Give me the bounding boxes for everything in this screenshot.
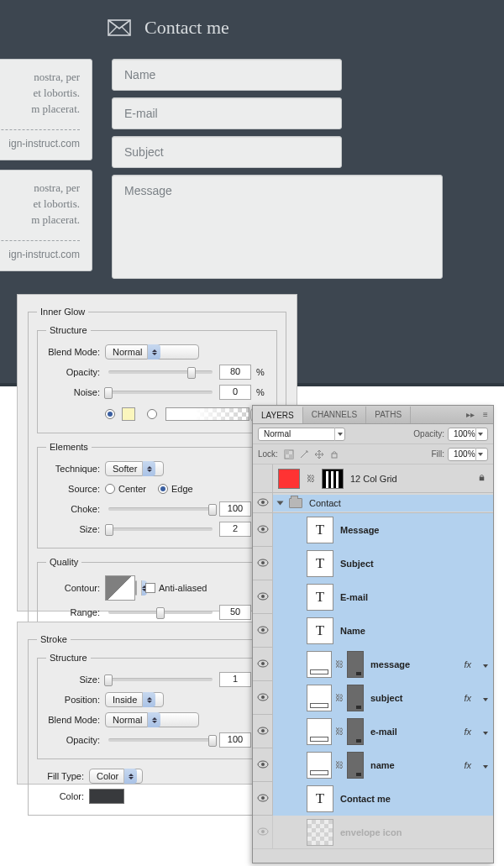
side-card-link[interactable]: ign-instruct.com (0, 248, 80, 262)
chevron-down-icon[interactable] (481, 760, 488, 770)
choke-slider[interactable] (108, 507, 213, 511)
fx-badge[interactable]: fx (464, 727, 471, 737)
layer-row-email-shape[interactable]: ⛓ e-mail fx (253, 715, 493, 748)
layer-name[interactable]: envelope icon (340, 827, 402, 837)
source-center-radio[interactable] (105, 484, 115, 494)
slider-thumb[interactable] (187, 367, 196, 379)
position-select[interactable]: Inside (105, 692, 164, 707)
glow-color-swatch[interactable] (122, 407, 135, 421)
opacity-value[interactable]: 80 (219, 365, 251, 380)
tab-layers[interactable]: LAYERS (253, 407, 303, 423)
antialiased-checkbox[interactable] (145, 583, 155, 593)
slider-thumb[interactable] (105, 524, 113, 536)
layer-row-message-text[interactable]: T Message (253, 513, 493, 547)
choke-value[interactable]: 100 (219, 501, 251, 517)
lock-position-icon[interactable] (313, 449, 325, 460)
stroke-blend-select[interactable]: Normal (105, 712, 199, 727)
layer-row-name-shape[interactable]: ⛓ name fx (253, 748, 493, 782)
fill-type-select[interactable]: Color (89, 769, 143, 784)
chevron-down-icon[interactable] (481, 659, 488, 669)
fx-badge[interactable]: fx (464, 760, 471, 770)
email-field[interactable]: E-mail (112, 97, 342, 129)
layer-name[interactable]: Contact (309, 498, 341, 508)
stroke-opacity-slider[interactable] (108, 738, 213, 742)
layer-row-message-shape[interactable]: ⛓ message fx (253, 648, 493, 681)
visibility-toggle[interactable] (253, 547, 273, 580)
layer-opacity-field[interactable]: 100% (448, 428, 488, 441)
layer-name[interactable]: Contact me (340, 794, 391, 804)
layer-name[interactable]: Message (340, 525, 379, 535)
layer-row-grid[interactable]: ⛓ 12 Col Grid (253, 464, 493, 493)
layer-row-email-text[interactable]: T E-mail (253, 580, 493, 614)
stroke-size-value[interactable]: 1 (219, 672, 251, 687)
blend-mode-select[interactable]: Normal (105, 344, 199, 360)
size-slider[interactable] (108, 527, 213, 531)
disclosure-triangle-icon[interactable] (277, 501, 284, 505)
visibility-toggle[interactable] (253, 816, 273, 848)
layer-row-name-text[interactable]: T Name (253, 614, 493, 648)
stroke-opacity-value[interactable]: 100 (219, 732, 251, 748)
subject-field[interactable]: Subject (112, 136, 342, 168)
fx-badge[interactable]: fx (464, 693, 471, 703)
visibility-toggle[interactable] (253, 493, 273, 512)
color-radio[interactable] (105, 409, 115, 419)
layer-name[interactable]: Name (340, 626, 365, 636)
stroke-size-slider[interactable] (108, 678, 213, 681)
layer-blend-select[interactable]: Normal (258, 428, 345, 441)
chevron-down-icon[interactable] (481, 693, 488, 703)
slider-thumb[interactable] (104, 674, 113, 686)
layer-row-subject-text[interactable]: T Subject (253, 547, 493, 580)
technique-select[interactable]: Softer (105, 461, 164, 476)
visibility-toggle[interactable] (253, 782, 273, 815)
size-value[interactable]: 2 (219, 522, 251, 537)
visibility-toggle[interactable] (253, 464, 273, 492)
layer-row-subject-shape[interactable]: ⛓ subject fx (253, 681, 493, 715)
range-value[interactable]: 50 (219, 605, 251, 620)
message-field[interactable]: Message (112, 175, 443, 279)
lock-pixels-icon[interactable] (298, 449, 310, 460)
noise-slider[interactable] (108, 391, 213, 394)
visibility-toggle[interactable] (253, 513, 273, 546)
lock-transparency-icon[interactable] (283, 449, 295, 460)
contour-picker[interactable] (105, 575, 135, 601)
slider-thumb[interactable] (208, 735, 217, 747)
layer-row-contact-group[interactable]: Contact (253, 493, 493, 513)
name-field[interactable]: Name (112, 59, 342, 91)
gradient-radio[interactable] (147, 409, 157, 419)
slider-thumb[interactable] (208, 504, 217, 516)
layer-name[interactable]: subject (370, 693, 403, 703)
slider-thumb[interactable] (156, 607, 165, 619)
tab-channels[interactable]: CHANNELS (303, 407, 366, 423)
collapse-icon[interactable]: ▸▸ (463, 410, 478, 419)
range-slider[interactable] (108, 611, 213, 614)
layer-name[interactable]: name (370, 760, 395, 770)
layer-row-contactme-text[interactable]: T Contact me (253, 782, 493, 816)
contour-dropdown[interactable] (135, 580, 137, 596)
visibility-toggle[interactable] (253, 614, 273, 647)
layer-name[interactable]: E-mail (340, 592, 368, 602)
source-edge-radio[interactable] (158, 484, 168, 494)
noise-value[interactable]: 0 (219, 385, 251, 400)
layer-name[interactable]: message (370, 659, 410, 669)
layer-name[interactable]: e-mail (370, 727, 397, 737)
visibility-toggle[interactable] (253, 748, 273, 781)
side-card-text: m placerat. (0, 102, 80, 118)
stroke-color-swatch[interactable] (89, 789, 124, 804)
visibility-toggle[interactable] (253, 681, 273, 714)
visibility-toggle[interactable] (253, 715, 273, 748)
slider-thumb[interactable] (104, 387, 113, 399)
opacity-slider[interactable] (108, 370, 213, 374)
layer-fill-field[interactable]: 100% (448, 448, 488, 461)
lock-all-icon[interactable] (328, 449, 340, 460)
tab-paths[interactable]: PATHS (366, 407, 411, 423)
visibility-toggle[interactable] (253, 648, 273, 680)
layer-name[interactable]: 12 Col Grid (350, 474, 397, 484)
chevron-down-icon[interactable] (481, 727, 488, 737)
side-card-link[interactable]: ign-instruct.com (0, 137, 80, 151)
glow-gradient-bar[interactable] (165, 407, 249, 421)
panel-menu-icon[interactable]: ≡ (478, 410, 493, 419)
layer-name[interactable]: Subject (340, 559, 374, 569)
fx-badge[interactable]: fx (464, 659, 471, 669)
layer-row-envelope-icon[interactable]: envelope icon (253, 816, 493, 849)
visibility-toggle[interactable] (253, 580, 273, 613)
